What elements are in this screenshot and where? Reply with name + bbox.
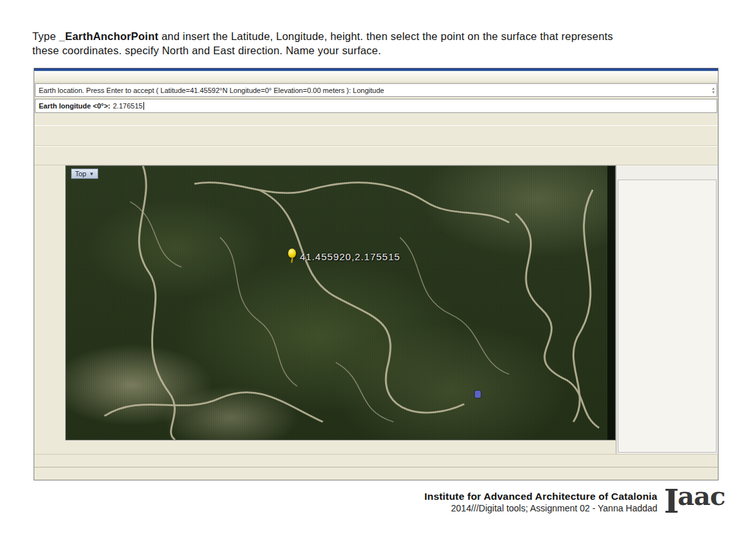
rhino-window: Earth location. Press Enter to accept ( … [34, 68, 719, 480]
instruction-line1-rest: and insert the Latitude, Longitude, heig… [158, 30, 613, 42]
earth-anchor-pin-icon [288, 249, 297, 264]
viewport-title-menu[interactable]: Top ▼ [71, 169, 98, 179]
toolbar-tab-bar [34, 114, 718, 125]
footer-assignment: 2014///Digital tools; Assignment 02 - Ya… [425, 503, 658, 513]
menu-bar [34, 71, 718, 83]
properties-panel [616, 165, 718, 454]
map-blue-marker [475, 391, 481, 398]
left-toolbar [34, 165, 65, 454]
command-input[interactable]: Earth longitude <0°>: 2.176515 [35, 99, 717, 113]
instruction-prefix: Type [32, 30, 59, 42]
iaac-logo: I aac [664, 486, 725, 518]
footer-institute: Institute for Advanced Architecture of C… [425, 491, 658, 502]
panel-tab-bar [616, 165, 718, 180]
toolbar-row-1 [34, 125, 718, 146]
footer: Institute for Advanced Architecture of C… [425, 486, 725, 518]
coordinate-label: 41.455920,2.175515 [300, 251, 401, 262]
status-bar [34, 467, 718, 480]
iaac-logo-i: I [664, 486, 677, 518]
iaac-logo-aac: aac [678, 483, 725, 509]
command-history[interactable]: Earth location. Press Enter to accept ( … [35, 83, 717, 97]
panel-body [618, 180, 717, 453]
scroll-down-icon[interactable]: ▼ [711, 90, 715, 94]
toolbar-row-2 [34, 146, 718, 165]
aerial-map-image [66, 166, 615, 440]
osnap-bar [34, 454, 718, 467]
command-prompt: Earth longitude <0°>: [39, 102, 110, 110]
viewport-title-label: Top [75, 170, 87, 178]
command-history-scrollbar[interactable]: ▲ ▼ [711, 87, 715, 94]
map-dark-edge [607, 166, 615, 440]
command-value: 2.176515 [113, 102, 143, 110]
instruction-line2: these coordinates. specify North and Eas… [32, 45, 381, 56]
top-viewport[interactable]: Top ▼ 41.455920,2.175515 [65, 165, 616, 440]
viewport-tab-bar [65, 440, 616, 454]
text-caret [143, 102, 144, 110]
chevron-down-icon: ▼ [89, 171, 94, 177]
assignment-instructions: Type _EarthAnchorPoint and insert the La… [32, 30, 724, 58]
instruction-command: _EarthAnchorPoint [59, 30, 158, 42]
command-history-text: Earth location. Press Enter to accept ( … [39, 87, 384, 94]
